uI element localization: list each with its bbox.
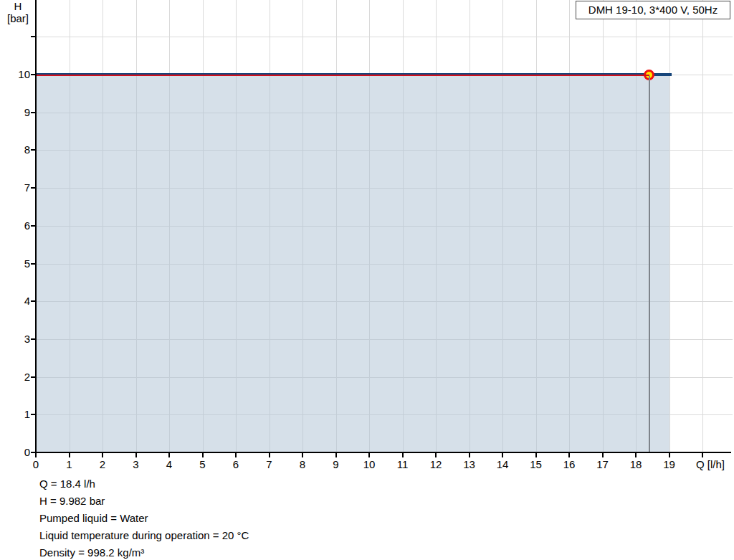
x-tick-label: 6 — [221, 457, 250, 473]
x-tick-label: 13 — [455, 457, 484, 473]
footer-note-liquid: Pumped liquid = Water — [39, 510, 249, 527]
y-axis-title-quantity: H — [1, 0, 34, 12]
x-tick-label: 7 — [255, 457, 284, 473]
x-axis-title: Q [l/h] — [687, 457, 734, 473]
y-tick-label: 2 — [6, 369, 30, 385]
y-tick-label: 1 — [6, 407, 30, 422]
x-tick-label: 19 — [655, 457, 684, 473]
operating-range-line — [36, 75, 649, 76]
y-axis-tick — [31, 263, 36, 265]
duty-drop-line — [649, 76, 650, 452]
y-axis-tick — [31, 452, 36, 453]
y-axis-tick — [31, 300, 36, 302]
y-axis-tick — [31, 36, 36, 37]
y-tick-label: 7 — [6, 180, 30, 196]
y-axis-tick — [31, 376, 36, 378]
x-tick-label: 3 — [122, 457, 151, 473]
footer-notes: Q = 18.4 l/h H = 9.982 bar Pumped liquid… — [39, 475, 249, 560]
footer-note-temperature: Liquid temperature during operation = 20… — [39, 527, 249, 544]
y-tick-label: 4 — [6, 293, 30, 309]
x-tick-label: 4 — [155, 457, 184, 473]
footer-note-q: Q = 18.4 l/h — [39, 475, 249, 493]
footer-note-density: Density = 998.2 kg/m³ — [39, 544, 249, 560]
x-tick-label: 16 — [555, 457, 583, 473]
x-tick-label: 5 — [189, 457, 217, 473]
x-axis-line — [35, 452, 731, 453]
y-axis-tick — [31, 338, 36, 340]
footer-note-h: H = 9.982 bar — [39, 493, 249, 510]
pump-curve-chart: H [bar] Q [l/h] DMH 19-10, 3*400 V, 50Hz… — [0, 0, 734, 560]
y-axis-line — [35, 0, 37, 453]
y-axis-tick — [31, 414, 36, 415]
y-axis-tick — [31, 112, 36, 113]
x-tick-label: 2 — [88, 457, 117, 473]
x-tick-label: 1 — [55, 457, 84, 473]
curve-label-box: DMH 19-10, 3*400 V, 50Hz — [576, 1, 730, 19]
y-axis-tick — [31, 225, 36, 227]
x-tick-label: 9 — [322, 457, 351, 473]
x-tick-label: 8 — [288, 457, 317, 473]
y-tick-label: 3 — [6, 331, 30, 347]
y-axis-tick — [31, 149, 36, 151]
grid-line-horizontal — [37, 37, 733, 37]
x-tick-label: 17 — [588, 457, 617, 473]
y-tick-label: 10 — [6, 67, 30, 82]
y-axis-title: H [bar] — [1, 0, 34, 24]
x-tick-label: 15 — [522, 457, 550, 473]
y-axis-tick — [31, 187, 36, 189]
area-fill — [37, 75, 669, 452]
y-tick-label: 5 — [6, 256, 30, 272]
x-tick-label: 14 — [488, 457, 517, 473]
y-tick-label: 8 — [6, 142, 30, 158]
x-tick-label: 12 — [421, 457, 450, 473]
x-tick-label: 11 — [389, 457, 417, 473]
y-tick-label: 9 — [6, 105, 30, 120]
y-tick-label: 6 — [6, 218, 30, 234]
y-axis-tick — [31, 74, 36, 75]
y-axis-title-unit: [bar] — [1, 12, 34, 24]
x-tick-label: 10 — [355, 457, 383, 473]
y-tick-label: 0 — [6, 445, 30, 460]
x-tick-label: 18 — [621, 457, 650, 473]
